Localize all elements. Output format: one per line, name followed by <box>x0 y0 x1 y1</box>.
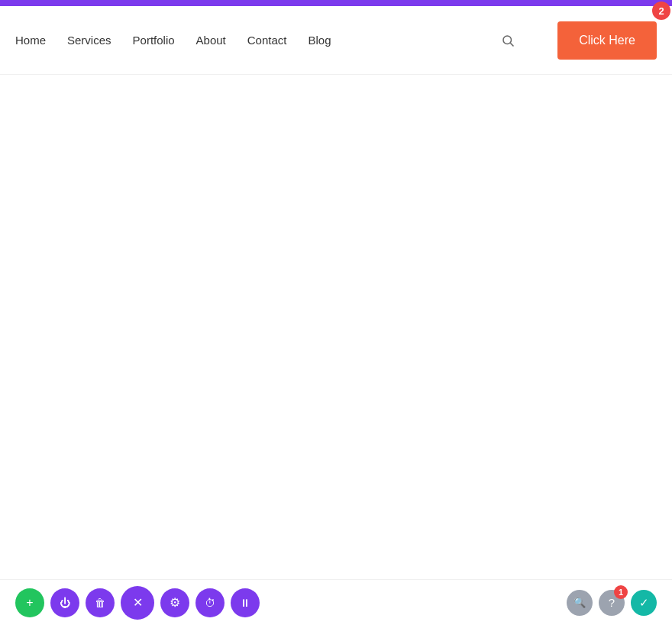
trash-button[interactable]: 🗑 <box>86 588 115 617</box>
question-icon: ? <box>609 596 615 609</box>
help-icon: 🔍 <box>573 597 586 608</box>
search-button[interactable] <box>496 29 519 52</box>
help-button[interactable]: 🔍 <box>567 590 593 616</box>
close-icon: ✕ <box>133 595 143 610</box>
power-icon: ⏻ <box>60 597 70 609</box>
gear-icon: ⚙ <box>170 595 180 610</box>
badge-2: 2 <box>652 2 670 20</box>
bottom-toolbar: + ⏻ 🗑 ✕ ⚙ ⏱ ⏸ 🔍 ? <box>0 579 672 625</box>
svg-point-0 <box>503 36 512 44</box>
nav-home[interactable]: Home <box>15 34 46 47</box>
nav-blog[interactable]: Blog <box>308 34 331 47</box>
settings-button[interactable]: ⚙ <box>160 588 189 617</box>
question-button[interactable]: ? 1 <box>599 590 625 616</box>
svg-line-1 <box>510 43 513 46</box>
bars-button[interactable]: ⏸ <box>231 588 260 617</box>
top-bar: 2 <box>0 0 672 6</box>
toolbar-left: + ⏻ 🗑 ✕ ⚙ ⏱ ⏸ <box>15 586 260 620</box>
bars-icon: ⏸ <box>240 597 250 609</box>
power-button[interactable]: ⏻ <box>50 588 79 617</box>
badge-1: 1 <box>614 585 628 599</box>
cta-button[interactable]: Click Here <box>557 21 657 60</box>
nav-about[interactable]: About <box>196 34 226 47</box>
clock-icon: ⏱ <box>205 597 215 609</box>
check-icon: ✓ <box>639 596 649 610</box>
nav-contact[interactable]: Contact <box>247 34 287 47</box>
navbar: Home Services Portfolio About Contact Bl… <box>0 6 672 75</box>
search-icon <box>501 34 515 47</box>
toolbar-right: 🔍 ? 1 ✓ <box>567 590 657 616</box>
confirm-button[interactable]: ✓ <box>631 590 657 616</box>
close-button[interactable]: ✕ <box>121 586 154 620</box>
nav-services[interactable]: Services <box>67 34 111 47</box>
nav-portfolio[interactable]: Portfolio <box>133 34 175 47</box>
main-content <box>0 75 672 579</box>
timer-button[interactable]: ⏱ <box>195 588 225 617</box>
add-button[interactable]: + <box>15 588 44 617</box>
plus-icon: + <box>26 596 33 610</box>
trash-icon: 🗑 <box>95 597 105 609</box>
